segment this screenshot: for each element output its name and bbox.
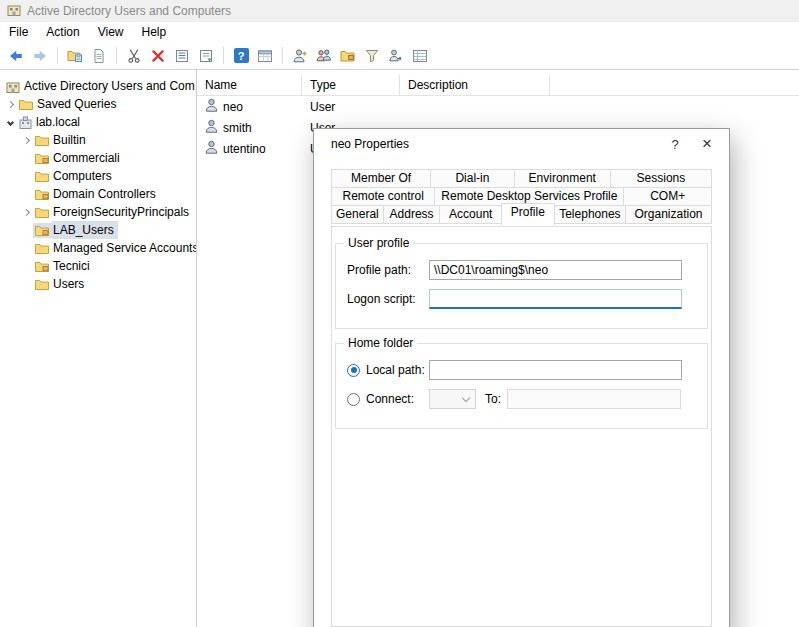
tree-item-commerciali[interactable]: Commerciali	[0, 149, 196, 167]
menu-view[interactable]: View	[89, 22, 133, 42]
delete-button[interactable]	[147, 45, 169, 67]
dialog-titlebar[interactable]: neo Properties ? ×	[314, 129, 729, 159]
help-button[interactable]: ?	[230, 45, 252, 67]
profile-tab-page: User profile Profile path: Logon script:…	[331, 226, 712, 627]
tree-item-users[interactable]: Users	[0, 275, 196, 293]
tree-item-saved-queries[interactable]: Saved Queries	[0, 95, 196, 113]
profile-path-input[interactable]	[429, 260, 682, 280]
user-icon	[205, 140, 218, 157]
forward-button[interactable]	[29, 45, 51, 67]
tab-member-of[interactable]: Member Of	[331, 169, 431, 188]
chevron-down-icon	[462, 394, 470, 402]
tab-dial-in[interactable]: Dial-in	[430, 169, 514, 188]
filter-funnel-icon	[364, 48, 380, 64]
column-header-name[interactable]: Name	[197, 75, 302, 95]
dialog-close-button[interactable]: ×	[691, 129, 723, 159]
view-table-button[interactable]	[409, 45, 431, 67]
console-tree: Active Directory Users and Com Saved Que…	[0, 70, 197, 627]
new-user-button[interactable]	[289, 45, 311, 67]
org-unit-folder-icon	[33, 223, 52, 238]
new-org-unit-icon	[340, 48, 356, 64]
tree-item-label: LAB_Users	[52, 221, 118, 239]
tree-item-lab-users[interactable]: LAB_Users	[0, 221, 196, 239]
new-group-button[interactable]	[313, 45, 335, 67]
chevron-right-icon[interactable]	[20, 205, 33, 219]
folder-icon	[33, 241, 52, 256]
tree-item-label: Tecnici	[52, 257, 94, 275]
tab-com-plus[interactable]: COM+	[623, 187, 712, 206]
tab-profile[interactable]: Profile	[501, 203, 555, 225]
tree-item-label: ForeignSecurityPrincipals	[52, 203, 193, 221]
tab-row-3: General Address Account Profile Telephon…	[331, 205, 712, 224]
tree-item-label: Saved Queries	[36, 95, 120, 113]
folder-icon	[33, 133, 52, 148]
refresh-list-button[interactable]	[195, 45, 217, 67]
menu-action[interactable]: Action	[37, 22, 88, 42]
forward-icon	[32, 48, 48, 64]
chevron-right-icon[interactable]	[20, 133, 33, 147]
tab-general[interactable]: General	[331, 205, 384, 224]
tab-sessions[interactable]: Sessions	[610, 169, 712, 188]
tab-telephones[interactable]: Telephones	[554, 205, 626, 224]
tree-item-managed-service-accounts[interactable]: Managed Service Accounts	[0, 239, 196, 257]
delegate-icon	[388, 48, 404, 64]
tree-item-label: lab.local	[35, 113, 84, 131]
tree-item-label: Users	[52, 275, 88, 293]
org-unit-folder-icon	[33, 259, 52, 274]
report-view-icon	[257, 48, 273, 64]
chevron-down-icon[interactable]	[4, 115, 17, 129]
cut-button[interactable]	[123, 45, 145, 67]
logon-script-input[interactable]	[429, 289, 682, 309]
delegate-control-button[interactable]	[385, 45, 407, 67]
tree-item-builtin[interactable]: Builtin	[0, 131, 196, 149]
drive-letter-select	[429, 389, 476, 409]
directory-root-icon	[4, 78, 23, 95]
back-button[interactable]	[5, 45, 27, 67]
tree-item-computers[interactable]: Computers	[0, 167, 196, 185]
local-path-radio[interactable]	[347, 364, 360, 377]
tree-item-domain-controllers[interactable]: Domain Controllers	[0, 185, 196, 203]
dialog-title: neo Properties	[314, 137, 659, 151]
show-console-tree-button[interactable]	[64, 45, 86, 67]
properties-dialog: neo Properties ? × Member Of Dial-in Env…	[313, 128, 730, 627]
chevron-right-icon[interactable]	[4, 97, 17, 111]
app-icon	[7, 3, 21, 19]
tree-item-root[interactable]: Active Directory Users and Com	[0, 77, 196, 95]
connect-radio[interactable]	[347, 393, 360, 406]
user-icon	[205, 98, 218, 115]
tree-item-tecnici[interactable]: Tecnici	[0, 257, 196, 275]
column-header-description[interactable]: Description	[400, 75, 550, 95]
new-org-unit-button[interactable]	[337, 45, 359, 67]
tree-item-lab-local[interactable]: lab.local	[0, 113, 196, 131]
local-path-input[interactable]	[429, 360, 682, 380]
close-icon: ×	[702, 134, 712, 154]
tab-organization[interactable]: Organization	[625, 205, 712, 224]
tab-row-1: Member Of Dial-in Environment Sessions	[331, 169, 712, 188]
tab-environment[interactable]: Environment	[514, 169, 611, 188]
tab-remote-control[interactable]: Remote control	[331, 187, 435, 206]
delete-x-icon	[150, 48, 166, 64]
column-header-type[interactable]: Type	[302, 75, 400, 95]
tab-address[interactable]: Address	[383, 205, 441, 224]
list-row-neo[interactable]: neo User	[197, 96, 799, 117]
tab-account[interactable]: Account	[439, 205, 502, 224]
menu-help[interactable]: Help	[133, 22, 176, 42]
properties-button[interactable]	[171, 45, 193, 67]
window-titlebar[interactable]: Active Directory Users and Computers	[0, 0, 799, 22]
filter-button[interactable]	[361, 45, 383, 67]
cell-name: neo	[223, 100, 243, 114]
document-icon	[91, 48, 107, 64]
tab-strip: Member Of Dial-in Environment Sessions R…	[331, 169, 712, 224]
menu-file[interactable]: File	[0, 22, 37, 42]
console-tree-icon	[67, 48, 83, 64]
home-folder-group: Home folder Local path: Connect: To:	[335, 343, 708, 429]
window-title: Active Directory Users and Computers	[27, 4, 231, 18]
tree-item-foreign-security-principals[interactable]: ForeignSecurityPrincipals	[0, 203, 196, 221]
toolbar: ?	[0, 42, 799, 70]
dialog-help-button[interactable]: ?	[659, 129, 691, 159]
export-list-button[interactable]	[88, 45, 110, 67]
report-view-button[interactable]	[254, 45, 276, 67]
tree-item-label: Commerciali	[52, 149, 124, 167]
logon-script-label: Logon script:	[347, 292, 429, 306]
properties-icon	[174, 48, 190, 64]
